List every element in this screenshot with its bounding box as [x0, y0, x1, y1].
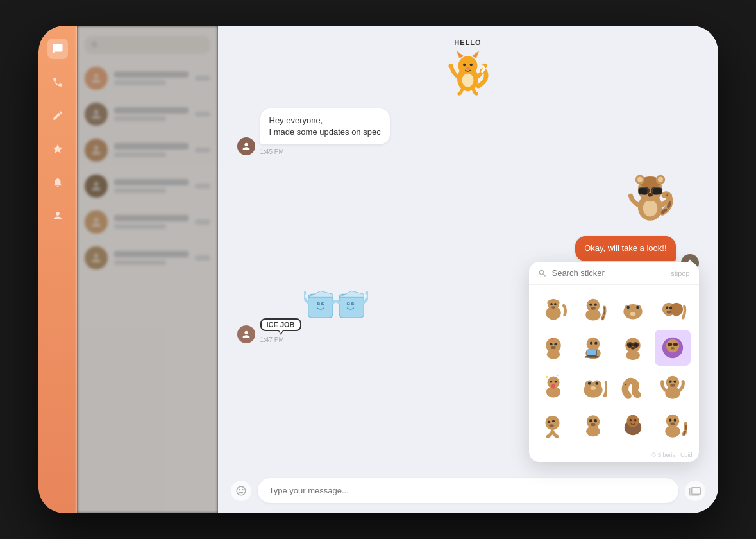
svg-point-7	[470, 64, 473, 67]
conv-time-5	[195, 219, 210, 225]
conv-avatar-3	[85, 139, 108, 162]
svg-point-31	[304, 291, 306, 295]
conv-item-4[interactable]	[77, 168, 218, 204]
svg-text:✦: ✦	[556, 373, 559, 377]
sticker-4	[659, 295, 687, 323]
sticker-16	[659, 411, 687, 439]
svg-point-53	[626, 306, 629, 309]
svg-point-37	[366, 291, 368, 295]
svg-point-8	[466, 67, 470, 70]
sticker-provider-label: stipop	[671, 270, 689, 277]
sticker-search-input[interactable]	[552, 268, 666, 278]
svg-point-114	[586, 426, 600, 436]
svg-rect-70	[587, 350, 596, 355]
sticker-cell-14[interactable]	[575, 407, 611, 443]
message-input[interactable]	[258, 478, 678, 503]
svg-point-62	[546, 350, 560, 359]
conv-name-4	[114, 179, 189, 185]
svg-point-94	[551, 384, 555, 388]
search-bar	[85, 36, 210, 54]
sidebar-icon-edit[interactable]	[47, 105, 68, 126]
ice-job-speech-bubble: ICE JOB	[260, 318, 301, 331]
conv-preview-1	[114, 80, 166, 85]
sticker-cell-12[interactable]	[655, 368, 691, 404]
svg-point-34	[351, 302, 354, 305]
sticker-cell-8[interactable]	[655, 330, 691, 366]
conv-item-6[interactable]	[77, 240, 218, 276]
svg-point-33	[347, 302, 350, 305]
conv-avatar-4	[85, 175, 108, 198]
sticker-cell-7[interactable]	[615, 330, 651, 366]
svg-point-6	[463, 64, 466, 67]
svg-point-104	[666, 387, 680, 399]
conv-item-5[interactable]	[77, 204, 218, 240]
sidebar-icon-chat[interactable]	[47, 38, 68, 59]
message-text-1: Hey everyone, I made some updates on spe…	[269, 116, 381, 137]
sticker-cell-10[interactable]	[575, 368, 611, 404]
sidebar-icon-bell[interactable]	[47, 172, 68, 193]
svg-point-126	[671, 422, 675, 425]
search-icon	[538, 269, 547, 278]
sender-avatar-1	[237, 137, 255, 155]
hello-fox-sticker	[444, 47, 492, 96]
svg-point-79	[634, 343, 637, 346]
sticker-cell-13[interactable]	[535, 407, 571, 443]
ice-sticker-content: ICE JOB	[260, 282, 368, 343]
sticker-cell-1[interactable]	[535, 291, 571, 327]
conv-info-2	[114, 107, 189, 121]
svg-point-35	[348, 302, 349, 304]
svg-point-54	[636, 306, 639, 309]
sidebar-icons	[38, 26, 77, 513]
sidebar-icon-phone[interactable]	[47, 72, 68, 92]
conv-item-2[interactable]	[77, 96, 218, 132]
outgoing-raccoon-row	[237, 166, 699, 226]
svg-point-91	[554, 381, 557, 383]
svg-point-66	[551, 346, 555, 349]
sticker-cell-16[interactable]	[655, 407, 691, 443]
svg-point-19	[658, 177, 663, 182]
sidebar-icon-person[interactable]	[47, 205, 68, 226]
sticker-picker: stipop	[529, 262, 699, 462]
ice-cubes-svg	[304, 282, 368, 327]
conv-item-1[interactable]	[77, 60, 218, 96]
svg-point-11	[462, 74, 474, 87]
conv-name-2	[114, 107, 189, 114]
svg-point-46	[585, 309, 600, 321]
sticker-8	[659, 334, 687, 362]
conv-info-3	[114, 143, 189, 157]
sticker-cell-4[interactable]	[655, 291, 691, 327]
svg-point-125	[674, 418, 676, 421]
sticker-toggle-button[interactable]	[685, 481, 705, 501]
sticker-cell-9[interactable]: ✦ ✦	[535, 368, 571, 404]
svg-point-43	[554, 303, 557, 305]
message-time-1: 1:45 PM	[260, 148, 390, 155]
sticker-cell-11[interactable]	[615, 368, 651, 404]
conv-preview-4	[114, 188, 166, 193]
sticker-cell-2[interactable]	[575, 291, 611, 327]
svg-point-29	[318, 302, 319, 304]
conv-name-3	[114, 143, 189, 150]
svg-point-110	[547, 421, 550, 424]
sticker-2	[579, 295, 607, 323]
svg-point-102	[625, 384, 626, 385]
conv-avatar-2	[85, 103, 108, 126]
chat-input-bar	[218, 470, 718, 513]
sticker-cell-5[interactable]: ♥	[535, 330, 571, 366]
ice-job-text: ICE JOB	[267, 321, 295, 329]
sticker-copyright: © Siberian Uoid	[529, 449, 699, 462]
svg-point-9	[449, 64, 454, 69]
conversation-list	[77, 26, 218, 513]
sticker-search-bar: stipop	[529, 262, 699, 285]
sticker-cell-6[interactable]	[575, 330, 611, 366]
sticker-cell-15[interactable]	[615, 407, 651, 443]
conv-time-3	[195, 148, 210, 153]
sticker-cell-3[interactable]	[615, 291, 651, 327]
svg-point-28	[321, 302, 324, 305]
conv-time-6	[195, 255, 210, 261]
svg-point-48	[594, 303, 596, 305]
emoji-button[interactable]	[231, 481, 251, 501]
sidebar-icon-star[interactable]	[47, 139, 68, 159]
conv-info-5	[114, 215, 189, 229]
svg-point-57	[670, 303, 684, 316]
conv-item-3[interactable]	[77, 132, 218, 168]
